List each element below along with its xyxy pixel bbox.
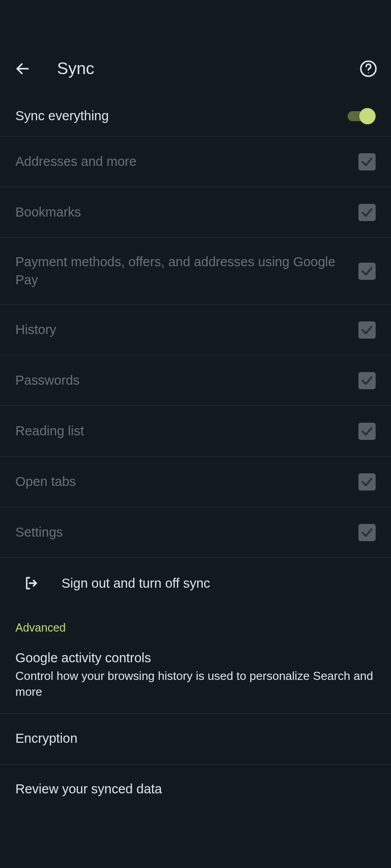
checkbox-passwords <box>358 372 376 389</box>
checkbox-payment-methods <box>358 263 376 280</box>
sync-item-history: History <box>0 305 391 355</box>
header: Sync <box>0 50 391 88</box>
check-icon <box>360 425 374 438</box>
pref-review-synced-data[interactable]: Review your synced data <box>0 764 391 815</box>
toggle-thumb <box>359 108 376 124</box>
arrow-left-icon <box>14 61 31 77</box>
sync-item-label: Bookmarks <box>15 203 358 221</box>
check-icon <box>360 264 374 278</box>
back-button[interactable] <box>13 59 33 79</box>
help-button[interactable] <box>358 59 378 79</box>
content: Sync everything Addresses and more Bookm… <box>0 88 391 815</box>
sync-item-payment-methods: Payment methods, offers, and addresses u… <box>0 238 391 305</box>
checkbox-reading-list <box>358 423 376 440</box>
pref-title: Encryption <box>15 731 376 746</box>
sync-item-label: Passwords <box>15 372 358 389</box>
status-bar <box>0 0 391 50</box>
sync-everything-row[interactable]: Sync everything <box>0 96 391 137</box>
sync-item-label: Reading list <box>15 422 358 440</box>
check-icon <box>360 323 374 337</box>
checkbox-open-tabs <box>358 473 376 491</box>
pref-title: Review your synced data <box>15 782 376 797</box>
sync-item-open-tabs: Open tabs <box>0 457 391 507</box>
pref-encryption[interactable]: Encryption <box>0 714 391 764</box>
sync-item-reading-list: Reading list <box>0 406 391 457</box>
advanced-heading: Advanced <box>0 609 391 639</box>
checkbox-history <box>358 321 376 339</box>
pref-title: Google activity controls <box>15 651 376 665</box>
sync-item-passwords: Passwords <box>0 355 391 406</box>
sync-item-addresses: Addresses and more <box>0 137 391 187</box>
svg-point-2 <box>368 72 369 73</box>
sign-out-icon <box>22 574 40 592</box>
pref-google-activity-controls[interactable]: Google activity controls Control how you… <box>0 639 391 714</box>
sync-item-label: History <box>15 321 358 339</box>
check-icon <box>360 374 374 387</box>
sync-item-settings: Settings <box>0 507 391 558</box>
pref-subtitle: Control how your browsing history is use… <box>15 668 376 700</box>
checkbox-addresses <box>358 153 376 170</box>
sign-out-row[interactable]: Sign out and turn off sync <box>0 558 391 609</box>
help-icon <box>359 60 377 78</box>
sync-item-bookmarks: Bookmarks <box>0 187 391 238</box>
sync-item-label: Settings <box>15 524 358 541</box>
checkbox-settings <box>358 524 376 541</box>
check-icon <box>360 475 374 489</box>
sync-item-label: Open tabs <box>15 473 358 491</box>
sign-out-label: Sign out and turn off sync <box>62 576 210 591</box>
checkbox-bookmarks <box>358 204 376 221</box>
page-title: Sync <box>57 59 358 78</box>
sync-everything-toggle[interactable] <box>348 108 376 124</box>
check-icon <box>360 206 374 219</box>
check-icon <box>360 155 374 169</box>
sync-item-label: Payment methods, offers, and addresses u… <box>15 253 358 288</box>
check-icon <box>360 526 374 539</box>
sync-item-label: Addresses and more <box>15 153 358 170</box>
sync-everything-label: Sync everything <box>15 107 348 125</box>
